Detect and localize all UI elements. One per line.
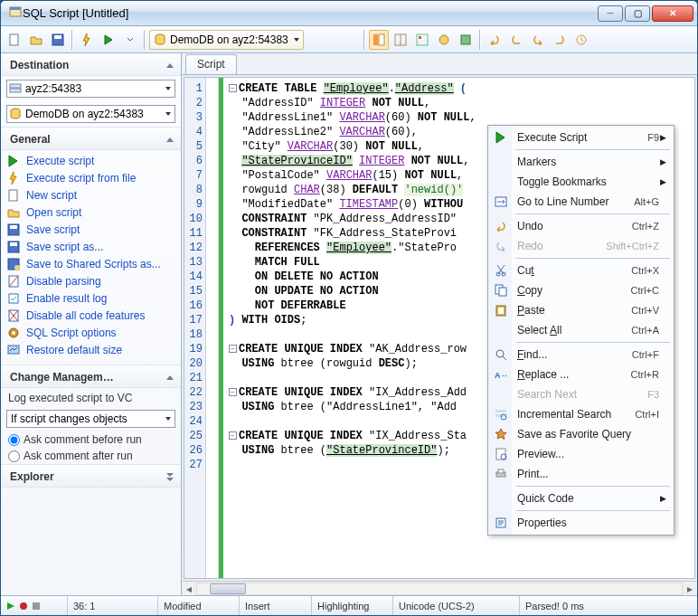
menu-item[interactable]: CopyCtrl+C [490, 280, 672, 300]
section-change-mgmt[interactable]: Change Managem… [1, 365, 181, 388]
layout1-icon[interactable] [391, 30, 410, 50]
database-icon [9, 108, 22, 120]
scroll-thumb[interactable] [210, 583, 246, 594]
close-button[interactable]: ✕ [652, 5, 693, 22]
window-title: SQL Script [Untitled] [23, 6, 598, 20]
scroll-right-icon[interactable]: ▸ [683, 583, 697, 595]
open-icon[interactable] [26, 30, 46, 50]
app-icon [8, 5, 23, 22]
h-scrollbar[interactable]: ◂ ▸ [182, 581, 697, 595]
sidebar-item-label: Disable all code features [26, 309, 145, 322]
menu-item[interactable]: CutCtrl+X [490, 261, 672, 280]
db-selector[interactable]: DemoDB on ayz2:54383 [6, 105, 175, 123]
sidebar-item-icon [6, 188, 21, 203]
menu-item[interactable]: Preview... [490, 444, 672, 464]
menu-item-label: Preview... [512, 448, 659, 460]
tool1-icon[interactable] [434, 30, 454, 50]
menu-item-shortcut: Alt+G [634, 196, 659, 207]
sidebar-item[interactable]: Save to Shared Scripts as... [6, 257, 179, 271]
database-selector[interactable]: DemoDB on ayz2:54383 [149, 30, 304, 50]
svg-rect-4 [54, 35, 61, 39]
sidebar-item[interactable]: Enable result log [6, 291, 179, 306]
redo-step-icon[interactable] [550, 30, 570, 50]
status-stop-icon[interactable] [32, 602, 41, 611]
status-parsed: Parsed! 0 ms [520, 596, 697, 615]
menu-item[interactable]: Markers▶ [490, 152, 672, 172]
sidebar-item[interactable]: Disable all code features [6, 308, 179, 323]
host-selector[interactable]: ayz2:54383 [6, 80, 175, 98]
status-play-icon[interactable] [6, 602, 15, 611]
tab-script[interactable]: Script [185, 54, 237, 74]
menu-item[interactable]: Incremental SearchCtrl+I [490, 404, 672, 424]
save-icon[interactable] [48, 30, 68, 50]
svg-rect-39 [499, 288, 506, 296]
section-explorer-label: Explorer [10, 470, 54, 483]
db-selector-label: DemoDB on ayz2:54383 [25, 108, 144, 120]
history-icon[interactable] [571, 30, 591, 50]
tool2-icon[interactable] [456, 30, 476, 50]
menu-item[interactable]: A↔BReplace ...Ctrl+R [490, 365, 672, 384]
menu-item[interactable]: Toggle Bookmarks▶ [490, 172, 672, 192]
redo-icon[interactable] [528, 30, 548, 50]
menu-item-shortcut: Ctrl+R [631, 369, 659, 380]
sidebar-item-icon: .. [6, 240, 21, 254]
menu-item-icon [490, 348, 512, 361]
toggle-sidebar-icon[interactable] [369, 30, 389, 50]
maximize-button[interactable]: ▢ [625, 5, 650, 22]
menu-item[interactable]: PasteCtrl+V [490, 300, 672, 320]
radio-ask-before[interactable]: Ask comment before run [1, 431, 181, 448]
run-dropdown-icon[interactable] [120, 30, 140, 50]
section-change-mgmt-label: Change Managem… [10, 371, 114, 384]
menu-item-label: Properties [512, 516, 659, 529]
run-icon[interactable] [99, 30, 118, 50]
radio-ask-after[interactable]: Ask comment after run [1, 448, 181, 464]
menu-item-label: Markers [512, 156, 659, 168]
section-explorer[interactable]: Explorer [1, 464, 181, 488]
menu-item[interactable]: Select AllCtrl+A [490, 320, 672, 340]
menu-item[interactable]: Execute ScriptF9▶ [490, 128, 672, 147]
svg-rect-20 [10, 225, 17, 229]
menu-item[interactable]: Find...Ctrl+F [490, 345, 672, 365]
menu-item-shortcut: Ctrl+X [631, 265, 659, 276]
sidebar-item[interactable]: SQL Script options [6, 326, 179, 340]
sidebar-item[interactable]: New script [6, 188, 179, 203]
scroll-left-icon[interactable]: ◂ [182, 583, 196, 595]
menu-item[interactable]: Print... [490, 464, 672, 484]
menu-item[interactable]: Go to Line NumberAlt+G [490, 192, 672, 212]
menu-item-icon [490, 196, 512, 207]
section-destination[interactable]: Destination [1, 53, 181, 76]
sidebar-item-label: Open script [26, 206, 81, 219]
sidebar-item[interactable]: Execute script from file [6, 171, 179, 185]
menu-item[interactable]: Properties [490, 513, 672, 533]
sidebar-item-label: Save script as... [26, 241, 103, 253]
menu-item[interactable]: Save as Favorite Query [490, 424, 672, 444]
sidebar-item[interactable]: Disable parsing [6, 274, 179, 289]
sidebar-item[interactable]: Save script [6, 223, 179, 237]
section-general-label: General [10, 133, 51, 146]
new-icon[interactable] [5, 30, 24, 50]
menu-item-shortcut: Ctrl+I [635, 409, 659, 420]
menu-item-label: Execute Script [512, 131, 647, 144]
log-mode-select[interactable]: If script changes objects [6, 410, 175, 428]
chevron-down-icon [165, 112, 171, 116]
radio-ask-before-input[interactable] [8, 434, 20, 446]
svg-rect-22 [10, 242, 17, 246]
undo-step-icon[interactable] [506, 30, 526, 50]
sidebar-item-icon [6, 257, 21, 271]
sidebar-item[interactable]: ..Save script as... [6, 240, 179, 254]
execute-lightning-icon[interactable] [77, 30, 97, 50]
svg-rect-45 [495, 410, 506, 412]
layout2-icon[interactable] [412, 30, 432, 50]
sidebar-item[interactable]: Open script [6, 205, 179, 220]
svg-rect-41 [498, 308, 504, 314]
minimize-button[interactable]: ─ [598, 5, 623, 22]
sidebar-item[interactable]: Restore default size [6, 343, 179, 357]
menu-item[interactable]: UndoCtrl+Z [490, 216, 672, 236]
menu-item[interactable]: Quick Code▶ [490, 488, 672, 508]
undo-icon[interactable] [485, 30, 505, 50]
status-record-icon[interactable] [19, 602, 28, 611]
radio-ask-after-input[interactable] [8, 450, 20, 462]
sidebar-item[interactable]: Execute script [6, 154, 179, 168]
section-general[interactable]: General [1, 127, 181, 150]
chevron-down-icon [165, 87, 171, 90]
